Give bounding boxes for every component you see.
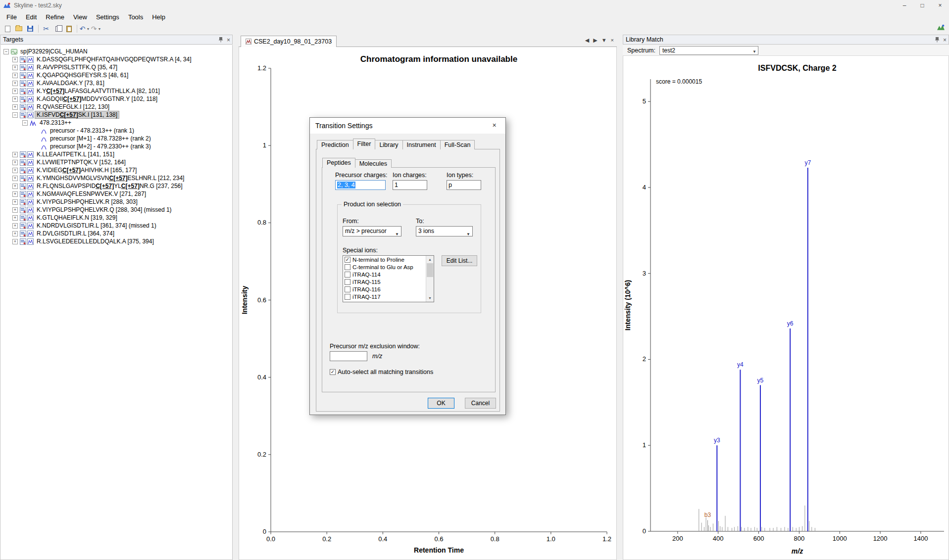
scrollbar-thumb[interactable]: [427, 263, 433, 277]
menu-view[interactable]: View: [69, 12, 92, 22]
expand-icon[interactable]: +: [12, 207, 18, 213]
menu-settings[interactable]: Settings: [92, 12, 124, 22]
paste-button[interactable]: [63, 23, 74, 34]
panel-splitter[interactable]: [233, 35, 239, 560]
tree-item-label[interactable]: R.AVVPPISLSTTFK.Q [35, 47]: [35, 64, 119, 71]
special-ion-checkbox[interactable]: [345, 286, 350, 292]
special-ion-checkbox[interactable]: [345, 272, 350, 278]
expand-icon[interactable]: +: [12, 199, 18, 205]
tree-item-label[interactable]: R.LSVGLEDEEDLLEDLDQALK.A [375, 394]: [35, 238, 155, 245]
tree-item-label[interactable]: K.GTLQHAEIFLK.N [319, 329]: [35, 214, 119, 221]
tree-item-label[interactable]: precursor [M+1] - 478.7328++ (rank 2): [49, 135, 152, 142]
redo-button[interactable]: ↷▼: [91, 23, 101, 34]
special-ions-listbox[interactable]: ✓N-terminal to ProlineC-terminal to Glu …: [343, 255, 434, 302]
special-ion-item[interactable]: iTRAQ-114: [343, 271, 434, 278]
tree-item-label[interactable]: precursor [M+2] - 479.2330++ (rank 3): [49, 143, 152, 150]
special-ion-checkbox[interactable]: [345, 264, 350, 270]
special-ion-item[interactable]: iTRAQ-115: [343, 278, 434, 285]
scroll-up-icon[interactable]: ▲: [426, 256, 434, 263]
expand-icon[interactable]: +: [12, 184, 18, 189]
pin-icon[interactable]: [935, 37, 940, 44]
special-ion-checkbox[interactable]: ✓: [345, 257, 350, 263]
precursor-charges-input[interactable]: 2, 3, 4: [335, 180, 386, 190]
expand-icon[interactable]: +: [12, 104, 18, 110]
expand-icon[interactable]: +: [12, 81, 18, 86]
skyline-tool-icon[interactable]: [937, 24, 945, 33]
cancel-button[interactable]: Cancel: [465, 398, 496, 409]
tree-item-label[interactable]: sp|P32929|CGL_HUMAN: [19, 48, 89, 55]
sub-tab-molecules[interactable]: Molecules: [355, 159, 392, 168]
expand-icon[interactable]: +: [12, 239, 18, 244]
tab-full-scan[interactable]: Full-Scan: [440, 140, 475, 149]
new-document-button[interactable]: [2, 23, 13, 34]
tree-item-label[interactable]: precursor - 478.2313++ (rank 1): [49, 127, 136, 134]
tab-filter[interactable]: Filter: [353, 139, 376, 149]
close-icon[interactable]: ×: [943, 37, 947, 43]
collapse-icon[interactable]: −: [12, 112, 18, 118]
chevron-down-icon[interactable]: ▼: [86, 27, 90, 31]
tree-item-label[interactable]: K.VIYPGLPSHPQHELVK.R [288, 303]: [35, 198, 139, 205]
tree-item-label[interactable]: K.YMNGHSDVVMGLVSVNC[+57]ESLHNR.L [212, 2…: [35, 175, 186, 182]
pin-icon[interactable]: [218, 37, 223, 44]
to-select[interactable]: 3 ions ▼: [416, 226, 473, 236]
tab-next-icon[interactable]: ▶: [593, 37, 597, 44]
expand-icon[interactable]: +: [12, 57, 18, 62]
special-ion-item[interactable]: ✓N-terminal to Proline: [343, 256, 434, 263]
sub-tab-peptides[interactable]: Peptides: [322, 158, 355, 168]
expand-icon[interactable]: +: [12, 191, 18, 197]
tree-item-label[interactable]: K.ISFVDC[+57]SK.I [131, 138]: [35, 111, 119, 118]
tab-chromatogram-document[interactable]: CSE2_day10_98_01_23703: [241, 36, 337, 47]
copy-button[interactable]: [52, 23, 63, 34]
special-ion-checkbox[interactable]: [345, 279, 350, 285]
tree-item-label[interactable]: K.YC[+57]LAFASGLAATVTITHLLK.A [82, 101]: [35, 88, 161, 94]
tree-item-label[interactable]: R.DVLGISDTLIR.L [364, 374]: [35, 230, 116, 237]
tree-item-label[interactable]: 478.2313++: [38, 119, 73, 126]
dialog-close-button[interactable]: ×: [483, 118, 505, 133]
tree-item-label[interactable]: K.VIYPGLPSHPQHELVKR.Q [288, 304] (missed…: [35, 206, 173, 213]
tree-item-label[interactable]: K.NGMAVAQFLESNPWVEK.V [271, 287]: [35, 190, 148, 197]
tree-item-label[interactable]: K.LLEAAITPETK.L [141, 151]: [35, 151, 116, 158]
tree-item-label[interactable]: R.QVASEFGLK.I [122, 130]: [35, 103, 111, 110]
ion-charges-input[interactable]: 1: [393, 180, 427, 190]
chevron-down-icon[interactable]: ▼: [98, 27, 101, 31]
from-select[interactable]: m/z > precursor ▼: [343, 226, 401, 236]
spectrum-combobox[interactable]: test2 ▼: [659, 46, 758, 55]
tree-item-label[interactable]: K.DASSQGFLPHFQHFATQAIHVGQDPEQWTSR.A [4, …: [35, 56, 193, 63]
menu-edit[interactable]: Edit: [21, 12, 41, 22]
expand-icon[interactable]: +: [12, 176, 18, 181]
expand-icon[interactable]: +: [12, 215, 18, 221]
expand-icon[interactable]: +: [12, 73, 18, 78]
expand-icon[interactable]: +: [12, 223, 18, 229]
scrollbar[interactable]: ▲▼: [426, 256, 434, 302]
tree-item-label[interactable]: K.AGDQIIC[+57]MDDVYGGTNR.Y [102, 118]: [35, 95, 159, 102]
menu-tools[interactable]: Tools: [124, 12, 148, 22]
collapse-icon[interactable]: −: [3, 49, 9, 54]
ok-button[interactable]: OK: [428, 398, 454, 409]
tab-instrument[interactable]: Instrument: [402, 140, 441, 149]
edit-list-button[interactable]: Edit List...: [442, 255, 477, 266]
tab-list-icon[interactable]: ▼: [601, 37, 607, 44]
panel-splitter[interactable]: [617, 35, 623, 560]
tab-prev-icon[interactable]: ◀: [585, 37, 589, 44]
expand-icon[interactable]: +: [12, 152, 18, 157]
open-button[interactable]: [13, 23, 24, 34]
tree-item-label[interactable]: R.FLQNSLGAVPSPIDC[+57]YLC[+57]NR.G [237,…: [35, 183, 184, 189]
cut-button[interactable]: ✂: [41, 23, 51, 34]
expand-icon[interactable]: +: [12, 168, 18, 173]
tree-item-label[interactable]: K.LVWIETPTNPTQK.V [152, 164]: [35, 159, 127, 166]
menu-file[interactable]: File: [2, 12, 21, 22]
tree-item-label[interactable]: K.NDRDVLGISDTLIR.L [361, 374] (missed 1): [35, 222, 158, 229]
close-icon[interactable]: ×: [227, 37, 230, 43]
save-button[interactable]: [25, 23, 36, 34]
tree-item-label[interactable]: K.AVAALDGAK.Y [73, 81]: [35, 80, 106, 87]
precursor-mz-exclusion-input[interactable]: [330, 351, 367, 361]
scroll-down-icon[interactable]: ▼: [426, 294, 434, 302]
menu-help[interactable]: Help: [148, 12, 170, 22]
special-ion-checkbox[interactable]: [345, 294, 350, 300]
expand-icon[interactable]: +: [12, 96, 18, 102]
window-close-button[interactable]: ×: [931, 0, 949, 11]
special-ion-item[interactable]: C-terminal to Glu or Asp: [343, 263, 434, 271]
ion-types-input[interactable]: p: [447, 180, 481, 190]
expand-icon[interactable]: +: [12, 160, 18, 165]
menu-refine[interactable]: Refine: [41, 12, 69, 22]
